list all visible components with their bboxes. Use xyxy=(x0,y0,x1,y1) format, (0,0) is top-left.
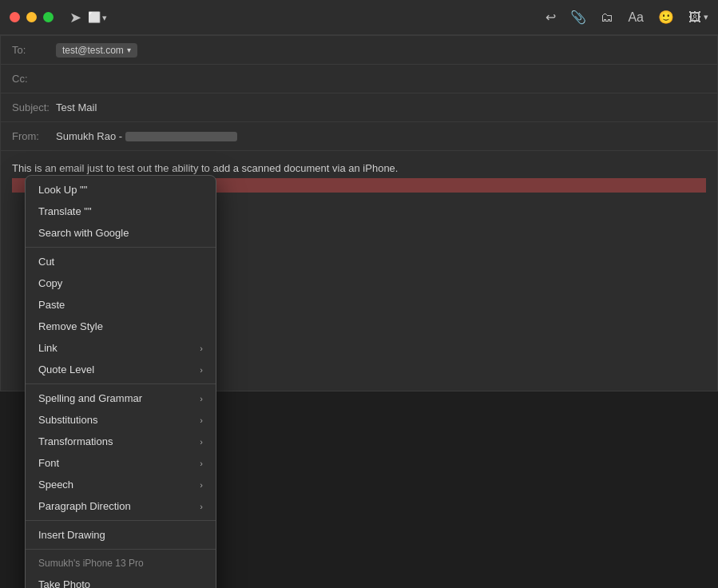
reply-icon[interactable]: ↩ xyxy=(545,10,556,25)
divider-3 xyxy=(26,520,216,521)
menu-item-cut[interactable]: Cut xyxy=(26,251,216,272)
titlebar: ➤ ⬜▾ ↩ 📎 🗂 Aa 🙂 🖼▾ xyxy=(0,0,718,35)
from-address-blur xyxy=(125,132,237,141)
menu-item-transformations[interactable]: Transformations › xyxy=(26,431,216,452)
titlebar-actions: ↩ 📎 🗂 Aa 🙂 🖼▾ xyxy=(545,10,708,25)
emoji-icon[interactable]: 🙂 xyxy=(658,10,674,25)
close-button[interactable] xyxy=(10,12,20,22)
cc-field[interactable]: Cc: xyxy=(1,65,717,93)
subject-label: Subject: xyxy=(12,101,56,113)
menu-item-paragraph-direction[interactable]: Paragraph Direction › xyxy=(26,495,216,517)
substitutions-chevron: › xyxy=(200,415,203,425)
menu-item-quote-level[interactable]: Quote Level › xyxy=(26,359,216,380)
speech-chevron: › xyxy=(200,480,203,490)
to-field: To: test@test.com xyxy=(1,36,717,65)
menu-item-translate[interactable]: Translate "" xyxy=(26,201,216,222)
font-chevron: › xyxy=(200,459,203,468)
to-address-badge[interactable]: test@test.com xyxy=(56,43,137,58)
divider-4 xyxy=(26,549,216,550)
cc-label: Cc: xyxy=(12,73,56,85)
menu-item-substitutions[interactable]: Substitutions › xyxy=(26,409,216,431)
photo-insert-icon[interactable]: 🖼▾ xyxy=(688,10,708,25)
device-header: Sumukh's iPhone 13 Pro xyxy=(26,553,216,574)
attachment-icon[interactable]: 📎 xyxy=(570,10,586,25)
subject-value: Test Mail xyxy=(56,101,97,113)
menu-item-remove-style[interactable]: Remove Style xyxy=(26,316,216,337)
folder-icon[interactable]: 🗂 xyxy=(601,10,613,25)
menu-item-copy[interactable]: Copy xyxy=(26,272,216,294)
quote-level-chevron: › xyxy=(200,365,203,375)
spelling-chevron: › xyxy=(200,394,203,403)
paragraph-direction-chevron: › xyxy=(200,502,203,511)
minimize-button[interactable] xyxy=(26,12,37,22)
context-menu: Look Up "" Translate "" Search with Goog… xyxy=(25,175,216,588)
menu-item-search-google[interactable]: Search with Google xyxy=(26,222,216,244)
maximize-button[interactable] xyxy=(43,12,54,22)
link-chevron: › xyxy=(200,344,203,353)
body-text: This is an email just to test out the ab… xyxy=(12,162,398,174)
send-icon[interactable]: ➤ xyxy=(69,9,81,26)
compose-window: To: test@test.com Cc: Subject: Test Mail… xyxy=(0,35,718,391)
menu-item-insert-drawing[interactable]: Insert Drawing xyxy=(26,524,216,546)
menu-item-link[interactable]: Link › xyxy=(26,337,216,359)
menu-item-look-up[interactable]: Look Up "" xyxy=(26,179,216,201)
traffic-lights xyxy=(10,12,54,22)
from-label: From: xyxy=(12,130,56,142)
transformations-chevron: › xyxy=(200,437,203,447)
menu-item-paste[interactable]: Paste xyxy=(26,294,216,316)
from-field: From: Sumukh Rao - xyxy=(1,122,717,151)
compose-toggle[interactable]: ⬜▾ xyxy=(88,11,107,23)
menu-item-take-photo[interactable]: Take Photo xyxy=(26,574,216,588)
compose-body-area[interactable]: This is an email just to test out the ab… xyxy=(1,151,717,391)
font-size-icon[interactable]: Aa xyxy=(628,10,644,25)
subject-field: Subject: Test Mail xyxy=(1,93,717,122)
divider-1 xyxy=(26,247,216,248)
divider-2 xyxy=(26,383,216,384)
menu-item-font[interactable]: Font › xyxy=(26,452,216,474)
to-label: To: xyxy=(12,44,56,56)
menu-item-speech[interactable]: Speech › xyxy=(26,474,216,495)
menu-item-spelling-grammar[interactable]: Spelling and Grammar › xyxy=(26,387,216,409)
from-name: Sumukh Rao - xyxy=(56,130,122,142)
